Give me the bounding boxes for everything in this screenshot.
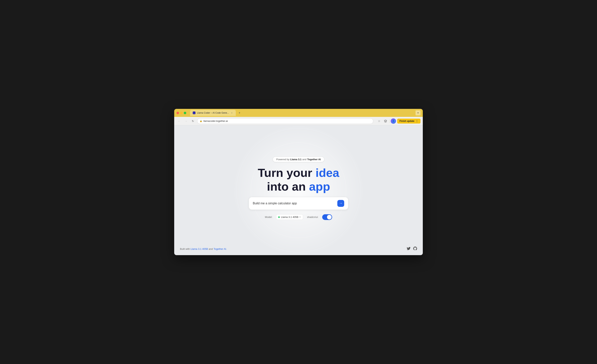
minimize-button[interactable]	[180, 112, 183, 114]
address-bar[interactable]: 🔒 llamacoder.together.ai	[197, 118, 373, 124]
hero-line2-blue: app	[309, 180, 330, 193]
send-arrow-icon: →	[339, 201, 343, 205]
title-bar: L Llama Coder – AI Code Gene... × + ▾	[174, 109, 423, 117]
github-icon[interactable]	[413, 247, 417, 251]
bookmark-button[interactable]: ☆	[376, 118, 382, 124]
hero-line1-blue: idea	[315, 166, 339, 179]
finish-update-more-icon: ⋮	[416, 120, 418, 123]
tab-favicon: L	[193, 112, 196, 114]
active-tab[interactable]: L Llama Coder – AI Code Gene... ×	[190, 110, 236, 116]
navigation-bar: ← → ↻ 🔒 llamacoder.together.ai ☆ 👤 Finis…	[174, 117, 423, 125]
prompt-input[interactable]	[253, 202, 337, 205]
send-button[interactable]: →	[337, 200, 344, 207]
model-chevron-icon: ▾	[299, 216, 301, 218]
nav-actions: ☆ 👤 Finish update ⋮	[376, 118, 421, 124]
model-select[interactable]: Llama 3.1 405B ▾	[276, 214, 303, 220]
close-button[interactable]	[176, 112, 179, 114]
refresh-button[interactable]: ↻	[190, 118, 196, 124]
user-avatar[interactable]: 👤	[391, 118, 396, 124]
page-content: Powered by Llama 3.1 and Together AI Tur…	[174, 125, 423, 255]
powered-prefix: Powered by	[276, 158, 290, 161]
footer-llama-link[interactable]: Llama 3.1 405B	[191, 248, 208, 250]
hero-line1-normal: Turn your	[258, 166, 315, 179]
page-footer: Built with Llama 3.1 405B and Together A…	[174, 247, 423, 251]
hero-line-1: Turn your idea	[258, 166, 339, 180]
footer-icons	[407, 247, 417, 251]
model-name-text: Llama 3.1 405B	[281, 216, 298, 219]
tab-area: L Llama Coder – AI Code Gene... × +	[190, 110, 414, 116]
footer-and: and	[209, 248, 213, 250]
footer-together-link[interactable]: Together AI.	[214, 248, 227, 250]
twitter-icon[interactable]	[407, 247, 410, 251]
tab-dropdown-button[interactable]: ▾	[416, 110, 421, 115]
new-tab-button[interactable]: +	[237, 110, 242, 115]
prompt-input-box: →	[249, 197, 348, 210]
footer-prefix: Built with	[180, 248, 191, 250]
hero-line2-normal: into an	[267, 180, 309, 193]
back-button[interactable]: ←	[176, 118, 182, 124]
lock-icon: 🔒	[200, 120, 202, 122]
main-content: Powered by Llama 3.1 and Together AI Tur…	[178, 157, 419, 220]
toggle-knob	[327, 215, 332, 220]
powered-by-badge: Powered by Llama 3.1 and Together AI	[273, 157, 324, 162]
traffic-lights	[176, 112, 186, 114]
nav-divider	[389, 119, 390, 123]
shadcn-toggle[interactable]	[322, 214, 332, 220]
url-text: llamacoder.together.ai	[204, 120, 371, 122]
extensions-button[interactable]	[383, 118, 388, 124]
controls-row: Model: Llama 3.1 405B ▾ shadcn/ui:	[265, 214, 332, 220]
tab-close-button[interactable]: ×	[230, 112, 233, 114]
shadcn-label: shadcn/ui:	[307, 216, 318, 219]
model-label: Model:	[265, 216, 272, 219]
powered-together: Together AI	[307, 158, 321, 161]
maximize-button[interactable]	[184, 112, 186, 114]
powered-llama: Llama 3.1	[290, 158, 301, 161]
footer-built-with: Built with Llama 3.1 405B and Together A…	[180, 248, 227, 250]
hero-title: Turn your idea into an app	[258, 166, 339, 193]
tab-title: Llama Coder – AI Code Gene...	[197, 112, 229, 114]
forward-button[interactable]: →	[183, 118, 189, 124]
model-status-dot	[278, 216, 280, 218]
browser-window: L Llama Coder – AI Code Gene... × + ▾ ← …	[174, 109, 423, 255]
finish-update-label: Finish update	[400, 120, 414, 122]
finish-update-button[interactable]: Finish update ⋮	[397, 119, 421, 124]
powered-and: and	[302, 158, 306, 161]
hero-line-2: into an app	[258, 180, 339, 193]
